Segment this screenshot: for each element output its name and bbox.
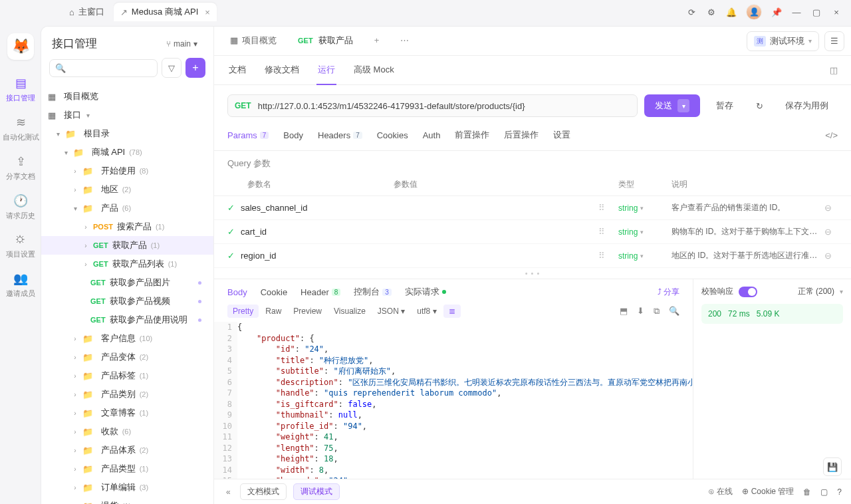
tree-api-item[interactable]: ›GET获取产品列表(1) xyxy=(41,255,213,273)
resptab-body[interactable]: Body xyxy=(227,287,247,297)
tree-folder[interactable]: ›📁 产品体系(2) xyxy=(41,441,213,459)
home-tab[interactable]: ⌂ 主窗口 xyxy=(62,3,111,21)
text-mode-button[interactable]: 文档模式 xyxy=(240,483,287,500)
trash-icon[interactable]: 🗑 xyxy=(803,487,811,497)
tree-folder[interactable]: ›📁 产品标签(1) xyxy=(41,366,213,385)
find-icon[interactable]: 🔍 xyxy=(669,306,679,316)
cookie-mgmt-button[interactable]: ⊕ Cookie 管理 xyxy=(742,486,794,497)
reqtab-auth[interactable]: Auth xyxy=(423,128,441,143)
tab-current-api[interactable]: GET获取产品 xyxy=(289,28,362,55)
rail-api-mgmt[interactable]: ▤接口管理 xyxy=(2,70,39,107)
subtab-edit[interactable]: 修改文档 xyxy=(263,56,301,85)
copy-icon[interactable]: ⧉ xyxy=(654,306,660,316)
save-example-button[interactable]: 保存为用例 xyxy=(776,94,838,117)
reqtab-params[interactable]: Params7 xyxy=(227,128,269,143)
tree-folder[interactable]: ›📁 产品类型(1) xyxy=(41,459,213,478)
layout-icon[interactable]: ◫ xyxy=(830,65,838,75)
pin-icon[interactable]: 📌 xyxy=(771,7,782,17)
tree-folder[interactable]: ›📁 收款(6) xyxy=(41,422,213,441)
tree-folder[interactable]: ›📁 文章博客(1) xyxy=(41,404,213,422)
tree-folder[interactable]: ›📁 订单编辑(3) xyxy=(41,478,213,497)
help-icon[interactable]: ? xyxy=(837,487,842,497)
reqtab-body[interactable]: Body xyxy=(283,128,303,143)
pause-button[interactable]: 暂存 xyxy=(707,94,743,117)
tree-api-item[interactable]: GET获取参产品视频 xyxy=(41,292,213,311)
tree-folder[interactable]: ›📁 产品类别(2) xyxy=(41,385,213,404)
rail-autotest[interactable]: ≋自动化测试 xyxy=(2,110,39,146)
check-icon[interactable]: ✓ xyxy=(227,251,241,261)
reset-icon[interactable]: ↻ xyxy=(749,96,769,116)
subtab-mock[interactable]: 高级 Mock xyxy=(352,56,396,85)
remove-icon[interactable]: ⊖ xyxy=(818,227,838,237)
param-row[interactable]: ✓sales_channel_id⠿string▾客户查看产品的销售渠道的 ID… xyxy=(214,196,851,220)
tree-api-item[interactable]: GET获取参产品图片 xyxy=(41,273,213,292)
env-selector[interactable]: 测测试环境▾ xyxy=(747,31,819,51)
bell-icon[interactable]: 🔔 xyxy=(726,7,737,17)
response-body[interactable]: 12345678910111213141516171819 { "product… xyxy=(214,322,693,479)
tree-api-item[interactable]: GET获取参产品使用说明 xyxy=(41,311,213,329)
menu-button[interactable]: ☰ xyxy=(824,31,844,51)
close-tab-icon[interactable]: × xyxy=(205,7,210,17)
view-utf8[interactable]: utf8 ▾ xyxy=(412,305,441,318)
app-logo[interactable]: 🦊 xyxy=(7,33,34,60)
terminal-icon[interactable]: ▢ xyxy=(820,487,828,497)
search-input[interactable]: 🔍 xyxy=(49,59,158,77)
tree-folder[interactable]: ›📁 客户信息(10) xyxy=(41,329,213,348)
maximize-icon[interactable]: ▢ xyxy=(811,7,822,17)
rail-invite[interactable]: 👥邀请成员 xyxy=(2,266,39,303)
collapse-icon[interactable]: « xyxy=(223,485,233,499)
param-row[interactable]: ✓cart_id⠿string▾购物车的 ID。这对于基于购物车上下文进行⊖ xyxy=(214,220,851,244)
subtab-doc[interactable]: 文档 xyxy=(227,56,247,85)
save-icon[interactable]: 💾 xyxy=(823,457,842,476)
view-raw[interactable]: Raw xyxy=(260,305,287,318)
minimize-icon[interactable]: — xyxy=(791,7,802,17)
view-json[interactable]: JSON ▾ xyxy=(372,305,410,318)
tree-folder[interactable]: ›📁 产品变体(2) xyxy=(41,348,213,366)
tree-folder[interactable]: ›📁 开始使用(8) xyxy=(41,162,213,180)
tree-folder[interactable]: ▾📁 产品(6) xyxy=(41,199,213,217)
share-button[interactable]: ⤴ 分享 xyxy=(658,287,679,298)
tree-overview[interactable]: ▦ 项目概览 xyxy=(41,87,213,106)
settings-icon[interactable]: ⚙ xyxy=(706,7,717,17)
tab-more[interactable]: ⋯ xyxy=(391,29,418,53)
send-button[interactable]: 发送▾ xyxy=(644,94,700,117)
filter-button[interactable]: ▽ xyxy=(162,58,182,78)
add-button[interactable]: + xyxy=(185,58,205,78)
debug-mode-button[interactable]: 调试模式 xyxy=(293,483,340,500)
reqtab-settings[interactable]: 设置 xyxy=(553,126,570,144)
reqtab-pre[interactable]: 前置操作 xyxy=(455,126,489,144)
param-row[interactable]: ✓region_id⠿string▾地区的 ID。这对于基于所选地区进行准确定⊖ xyxy=(214,244,851,268)
reqtab-post[interactable]: 后置操作 xyxy=(504,126,539,144)
reqtab-cookies[interactable]: Cookies xyxy=(377,128,408,143)
url-input[interactable]: GET http://127.0.0.1:4523/m1/4532246-417… xyxy=(227,94,638,117)
window-close-icon[interactable]: × xyxy=(831,7,842,17)
rail-project-settings[interactable]: ⛭项目设置 xyxy=(2,227,39,263)
tab-add[interactable]: + xyxy=(365,29,389,53)
remove-icon[interactable]: ⊖ xyxy=(818,251,838,261)
resize-handle[interactable]: • • • xyxy=(214,268,851,279)
tree-api-item[interactable]: ›GET获取产品(1) xyxy=(41,236,213,255)
resptab-header[interactable]: Header8 xyxy=(301,287,340,297)
tree-root-node[interactable]: ▦ 接口 ▾ xyxy=(41,106,213,124)
resptab-cookie[interactable]: Cookie xyxy=(261,287,287,297)
tree-folder[interactable]: ›📁 地区(2) xyxy=(41,180,213,199)
resptab-console[interactable]: 控制台3 xyxy=(354,286,392,298)
subtab-run[interactable]: 运行 xyxy=(316,56,336,85)
code-icon[interactable]: </> xyxy=(825,130,838,140)
view-visualize[interactable]: Visualize xyxy=(328,305,371,318)
tab-overview[interactable]: ▦项目概览 xyxy=(221,28,286,55)
chevron-down-icon[interactable]: ▾ xyxy=(677,99,689,112)
check-icon[interactable]: ✓ xyxy=(227,227,241,237)
rail-share[interactable]: ⇪分享文档 xyxy=(2,149,39,186)
download-icon[interactable]: ⬇ xyxy=(637,306,644,316)
branch-selector[interactable]: ⑂ main ▾ xyxy=(161,37,203,51)
avatar[interactable]: 👤 xyxy=(746,4,762,20)
check-icon[interactable]: ✓ xyxy=(227,203,241,213)
reqtab-headers[interactable]: Headers7 xyxy=(318,128,362,143)
view-pretty[interactable]: Pretty xyxy=(227,305,259,318)
verify-toggle[interactable] xyxy=(739,287,757,297)
tree-folder[interactable]: ▾📁 商城 API(78) xyxy=(41,143,213,162)
wrap-icon[interactable]: ≣ xyxy=(443,305,461,318)
rail-history[interactable]: 🕐请求历史 xyxy=(2,188,39,225)
refresh-icon[interactable]: ⟳ xyxy=(686,7,697,17)
